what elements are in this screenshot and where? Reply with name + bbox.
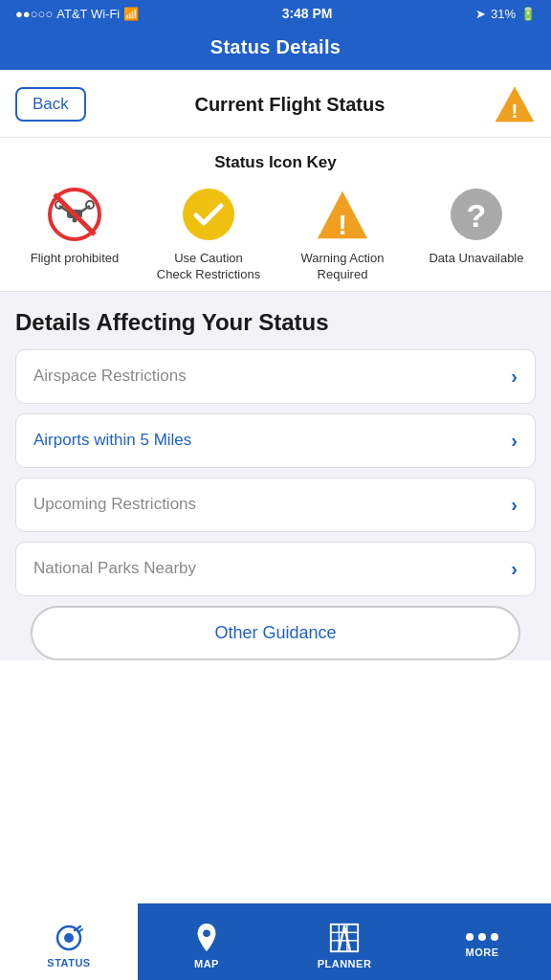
tab-map[interactable]: MAP bbox=[138, 903, 276, 980]
more-tab-label: MORE bbox=[466, 947, 499, 958]
battery-label: 31% bbox=[491, 7, 516, 21]
carrier-label: AT&T Wi-Fi bbox=[56, 7, 120, 21]
warning-action-icon: ! bbox=[315, 187, 370, 242]
status-tab-label: STATUS bbox=[47, 957, 90, 969]
icon-key-section: Status Icon Key bbox=[0, 138, 551, 292]
nav-title: Status Details bbox=[210, 36, 341, 57]
location-icon: ➤ bbox=[475, 7, 486, 21]
more-dots-icon bbox=[466, 933, 498, 941]
data-unavailable-icon-graphic: ? bbox=[448, 186, 505, 243]
back-button[interactable]: Back bbox=[15, 87, 86, 122]
airports-label: Airports within 5 Miles bbox=[33, 431, 191, 450]
header-row: Back Current Flight Status ! bbox=[0, 70, 551, 138]
details-section: Details Affecting Your Status Airspace R… bbox=[0, 292, 551, 660]
upcoming-restrictions-item[interactable]: Upcoming Restrictions › bbox=[15, 478, 536, 532]
svg-point-10 bbox=[183, 189, 234, 240]
svg-point-16 bbox=[64, 933, 74, 943]
status-tab-icon bbox=[54, 923, 84, 953]
tab-planner[interactable]: PLANNER bbox=[276, 903, 413, 980]
data-unavailable-icon: ? bbox=[449, 187, 504, 242]
icon-key-item-prohibited: Flight prohibited bbox=[22, 186, 127, 267]
content-area: Back Current Flight Status ! Status Icon… bbox=[0, 70, 551, 903]
airports-item[interactable]: Airports within 5 Miles › bbox=[15, 413, 536, 468]
use-caution-icon bbox=[181, 187, 236, 242]
warning-triangle-icon: ! bbox=[494, 83, 536, 125]
tab-bar: STATUS MAP PLANNER MORE bbox=[0, 903, 551, 980]
prohibited-icon-graphic bbox=[46, 186, 103, 243]
airspace-label: Airspace Restrictions bbox=[33, 367, 187, 386]
national-parks-item[interactable]: National Parks Nearby › bbox=[15, 542, 536, 596]
map-tab-label: MAP bbox=[194, 958, 219, 969]
caution-icon-graphic bbox=[180, 186, 237, 243]
other-guidance-button[interactable]: Other Guidance bbox=[31, 606, 520, 660]
icon-key-item-warning: ! Warning Action Required bbox=[290, 186, 395, 283]
upcoming-label: Upcoming Restrictions bbox=[33, 495, 196, 514]
status-bar: ●●○○○ AT&T Wi-Fi 📶 3:48 PM ➤ 31% 🔋 bbox=[0, 0, 551, 27]
warning-icon-graphic: ! bbox=[314, 186, 371, 243]
airports-chevron-icon: › bbox=[511, 430, 518, 452]
icon-key-title: Status Icon Key bbox=[8, 153, 543, 172]
wifi-icon: 📶 bbox=[123, 7, 139, 21]
parks-chevron-icon: › bbox=[511, 558, 518, 580]
upcoming-chevron-icon: › bbox=[511, 494, 518, 516]
map-tab-icon bbox=[191, 922, 222, 954]
airspace-restrictions-item[interactable]: Airspace Restrictions › bbox=[15, 349, 536, 404]
status-bar-right: ➤ 31% 🔋 bbox=[475, 7, 536, 21]
signal-dots: ●●○○○ bbox=[15, 7, 53, 21]
battery-icon: 🔋 bbox=[520, 7, 536, 21]
tab-more[interactable]: MORE bbox=[413, 903, 551, 980]
parks-label: National Parks Nearby bbox=[33, 559, 196, 578]
tab-status[interactable]: STATUS bbox=[0, 903, 138, 980]
page-title: Current Flight Status bbox=[86, 94, 494, 116]
airspace-chevron-icon: › bbox=[511, 366, 518, 388]
nav-bar: Status Details bbox=[0, 27, 551, 70]
icon-key-item-caution: Use Caution Check Restrictions bbox=[156, 186, 261, 283]
prohibited-label: Flight prohibited bbox=[31, 251, 120, 267]
caution-label: Use Caution Check Restrictions bbox=[156, 251, 261, 283]
status-bar-time: 3:48 PM bbox=[282, 6, 333, 21]
icon-key-item-data: ? Data Unavailable bbox=[424, 186, 529, 267]
flight-prohibited-icon bbox=[47, 187, 102, 242]
status-bar-left: ●●○○○ AT&T Wi-Fi 📶 bbox=[15, 7, 139, 21]
svg-line-23 bbox=[339, 926, 344, 950]
svg-text:?: ? bbox=[467, 197, 487, 234]
svg-point-17 bbox=[203, 930, 210, 938]
planner-tab-label: PLANNER bbox=[318, 958, 372, 969]
icon-key-row: Flight prohibited Use Caution Check Rest… bbox=[8, 186, 543, 283]
warning-label: Warning Action Required bbox=[290, 251, 395, 283]
svg-text:!: ! bbox=[338, 210, 347, 240]
planner-tab-icon bbox=[328, 922, 361, 954]
svg-text:!: ! bbox=[512, 100, 518, 122]
data-unavailable-label: Data Unavailable bbox=[429, 251, 523, 267]
details-title: Details Affecting Your Status bbox=[15, 309, 536, 336]
